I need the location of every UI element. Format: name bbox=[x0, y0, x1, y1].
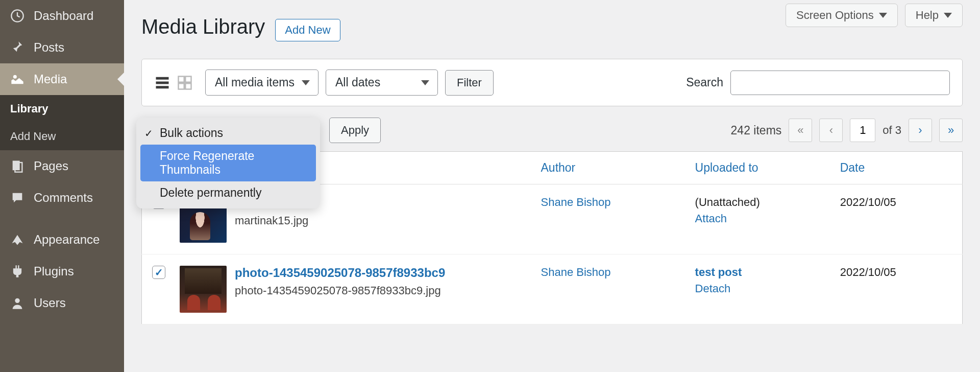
sidebar-item-appearance[interactable]: Appearance bbox=[0, 224, 124, 255]
author-link[interactable]: Shane Bishop bbox=[541, 196, 611, 208]
list-icon bbox=[155, 75, 170, 90]
column-date[interactable]: Date bbox=[833, 152, 963, 184]
svg-rect-9 bbox=[185, 76, 191, 82]
help-label: Help bbox=[916, 9, 939, 22]
sidebar-item-posts[interactable]: Posts bbox=[0, 32, 124, 63]
grid-view-button[interactable] bbox=[177, 75, 193, 91]
page-title: Media Library bbox=[141, 15, 265, 38]
pagination: 242 items « ‹ of 3 › » bbox=[731, 119, 963, 142]
page-number-input[interactable] bbox=[850, 119, 875, 142]
media-filename: photo-1435459025078-9857f8933bc9.jpg bbox=[235, 284, 445, 297]
add-new-button[interactable]: Add New bbox=[275, 19, 340, 41]
bulk-actions-dropdown[interactable]: ✓ Bulk actions Force Regenerate Thumbnai… bbox=[136, 118, 320, 208]
svg-rect-7 bbox=[156, 86, 169, 88]
search-input[interactable] bbox=[730, 71, 950, 95]
bulk-option-label: Force Regenerate Thumbnails bbox=[160, 149, 254, 176]
grid-icon bbox=[177, 75, 192, 90]
chevron-down-icon bbox=[879, 13, 887, 18]
pagination-current-input[interactable] bbox=[850, 119, 875, 142]
pagination-total-pages: of 3 bbox=[883, 124, 901, 137]
view-mode-toggle bbox=[154, 75, 193, 91]
bulk-option-regenerate[interactable]: Force Regenerate Thumbnails bbox=[140, 145, 316, 181]
main-content: Screen Options Help Media Library Add Ne… bbox=[124, 0, 980, 372]
sidebar-item-users[interactable]: Users bbox=[0, 287, 124, 319]
media-date: 2022/10/05 bbox=[833, 254, 963, 324]
sidebar-item-label: Dashboard bbox=[34, 9, 93, 23]
row-checkbox[interactable] bbox=[152, 266, 165, 279]
sidebar-item-media[interactable]: Media bbox=[0, 63, 124, 95]
svg-rect-5 bbox=[156, 77, 169, 79]
pin-icon bbox=[10, 40, 24, 55]
attached-status: (Unattached) bbox=[695, 196, 826, 209]
sidebar-item-plugins[interactable]: Plugins bbox=[0, 255, 124, 287]
sidebar-item-pages[interactable]: Pages bbox=[0, 150, 124, 182]
bulk-option-delete[interactable]: Delete permanently bbox=[136, 181, 320, 204]
sidebar-subitem-add-new[interactable]: Add New bbox=[0, 123, 124, 150]
table-nav-top: ✓ Bulk actions Force Regenerate Thumbnai… bbox=[141, 106, 963, 151]
pages-icon bbox=[10, 159, 24, 173]
svg-rect-8 bbox=[179, 76, 184, 82]
author-link[interactable]: Shane Bishop bbox=[541, 266, 611, 278]
svg-rect-6 bbox=[156, 81, 169, 84]
bulk-option-default[interactable]: ✓ Bulk actions bbox=[136, 122, 320, 145]
media-type-filter[interactable]: All media items bbox=[205, 69, 318, 96]
sidebar-item-label: Comments bbox=[34, 191, 93, 205]
pagination-prev-button[interactable]: ‹ bbox=[819, 119, 843, 142]
pagination-last-button[interactable]: » bbox=[939, 119, 963, 142]
attach-action-link[interactable]: Detach bbox=[695, 282, 731, 295]
filter-bar: All media items All dates Filter Search bbox=[141, 59, 963, 106]
dashboard-icon bbox=[10, 9, 24, 23]
svg-rect-11 bbox=[185, 83, 191, 89]
sidebar-item-comments[interactable]: Comments bbox=[0, 182, 124, 214]
pagination-first-button[interactable]: « bbox=[789, 119, 812, 142]
chevron-down-icon bbox=[944, 13, 952, 18]
plugins-icon bbox=[10, 264, 24, 278]
bulk-option-label: Delete permanently bbox=[160, 186, 261, 199]
media-date: 2022/10/05 bbox=[833, 184, 963, 254]
search-label: Search bbox=[686, 76, 723, 89]
media-icon bbox=[10, 72, 24, 86]
total-items-label: 242 items bbox=[731, 124, 782, 137]
column-uploaded-to[interactable]: Uploaded to bbox=[688, 152, 833, 184]
svg-point-1 bbox=[13, 75, 17, 79]
apply-button[interactable]: Apply bbox=[329, 118, 381, 143]
svg-rect-10 bbox=[179, 83, 184, 89]
bulk-option-label: Bulk actions bbox=[160, 126, 223, 140]
sidebar-item-label: Pages bbox=[34, 159, 68, 173]
dates-filter[interactable]: All dates bbox=[326, 69, 438, 96]
sidebar-item-label: Posts bbox=[34, 40, 64, 55]
top-right-buttons: Screen Options Help bbox=[786, 4, 963, 27]
sidebar-item-label: Appearance bbox=[34, 232, 100, 247]
sidebar-item-label: Media bbox=[34, 72, 67, 86]
svg-point-4 bbox=[15, 298, 19, 303]
screen-options-label: Screen Options bbox=[796, 9, 874, 22]
sidebar-submenu: Library Add New bbox=[0, 95, 124, 150]
media-title-link[interactable]: photo-1435459025078-9857f8933bc9 bbox=[235, 266, 445, 280]
pagination-next-button[interactable]: › bbox=[909, 119, 932, 142]
help-button[interactable]: Help bbox=[905, 4, 963, 27]
sidebar-subitem-library[interactable]: Library bbox=[0, 95, 124, 123]
attached-post-link[interactable]: test post bbox=[695, 266, 742, 278]
admin-sidebar: Dashboard Posts Media Library Add New Pa… bbox=[0, 0, 124, 372]
check-icon: ✓ bbox=[144, 127, 153, 140]
filter-button[interactable]: Filter bbox=[445, 70, 494, 96]
users-icon bbox=[10, 296, 24, 310]
sidebar-item-label: Plugins bbox=[34, 264, 74, 278]
appearance-icon bbox=[10, 232, 24, 247]
sidebar-item-dashboard[interactable]: Dashboard bbox=[0, 0, 124, 32]
sidebar-item-label: Users bbox=[34, 296, 66, 310]
table-row: photo-1435459025078-9857f8933bc9 photo-1… bbox=[142, 254, 963, 324]
list-view-button[interactable] bbox=[154, 75, 170, 91]
attach-action-link[interactable]: Attach bbox=[695, 212, 727, 225]
media-filename: martinak15.jpg bbox=[235, 214, 308, 227]
column-author[interactable]: Author bbox=[534, 152, 688, 184]
comments-icon bbox=[10, 191, 24, 205]
screen-options-button[interactable]: Screen Options bbox=[786, 4, 898, 27]
media-thumbnail[interactable] bbox=[180, 266, 227, 313]
